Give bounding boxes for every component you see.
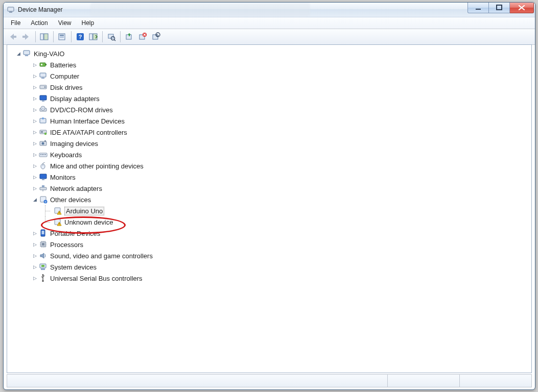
expander-icon[interactable]: ◢ xyxy=(15,51,21,57)
keyboard-icon xyxy=(39,150,48,159)
tree-cat-other-devices[interactable]: ◢ ? Other devices xyxy=(9,194,531,205)
menu-view[interactable]: View xyxy=(53,18,77,28)
expander-icon[interactable]: ◢ xyxy=(32,197,38,203)
expander-icon[interactable]: ▷ xyxy=(32,95,38,102)
svg-rect-49 xyxy=(43,154,44,155)
expander-icon[interactable]: ▷ xyxy=(32,163,38,169)
expander-icon[interactable]: ▷ xyxy=(32,84,38,90)
forward-button[interactable] xyxy=(20,30,33,43)
tree-cat-monitors[interactable]: ▷ Monitors xyxy=(9,172,531,183)
update-driver-button[interactable] xyxy=(123,30,136,43)
toolbar-sep xyxy=(120,31,121,42)
device-tree: ◢ King-VAIO ▷ Batteries ▷ Computer xyxy=(7,48,531,284)
menu-action[interactable]: Action xyxy=(26,18,53,28)
tree-cat-label: Monitors xyxy=(50,174,76,181)
svg-rect-30 xyxy=(41,78,44,79)
scan-button[interactable] xyxy=(105,30,118,43)
expander-icon[interactable]: ▷ xyxy=(32,140,38,146)
tree-cat-dvd[interactable]: ▷ DVD/CD-ROM drives xyxy=(9,104,531,115)
warning-device-icon: ! xyxy=(53,217,62,227)
sound-icon xyxy=(39,251,48,260)
expander-icon[interactable]: ▷ xyxy=(32,118,38,124)
svg-rect-3 xyxy=(497,5,502,10)
svg-point-39 xyxy=(42,117,44,119)
svg-rect-47 xyxy=(40,154,41,155)
help-button[interactable]: ? xyxy=(74,30,87,43)
expander-icon[interactable]: ▷ xyxy=(32,241,38,248)
tree-root[interactable]: ◢ King-VAIO xyxy=(9,48,531,59)
tree-cat-portable[interactable]: ▷ Portable Devices xyxy=(9,228,531,239)
tree-cat-ide[interactable]: ▷ IDE ATA/ATAPI controllers xyxy=(9,127,531,138)
tree-cat-sound[interactable]: ▷ Sound, video and game controllers xyxy=(9,250,531,261)
other-icon: ? xyxy=(39,195,48,204)
svg-text:!: ! xyxy=(59,211,60,214)
tree-cat-computer[interactable]: ▷ Computer xyxy=(9,70,531,82)
tree-cat-display-adapters[interactable]: ▷ Display adapters xyxy=(9,93,531,104)
battery-icon xyxy=(39,60,48,69)
tree-item-label: Arduino Uno xyxy=(64,207,104,215)
svg-rect-24 xyxy=(24,51,30,55)
disable-button[interactable] xyxy=(149,30,162,43)
tree-cat-keyboards[interactable]: ▷ Keyboards xyxy=(9,149,531,160)
computer-icon xyxy=(39,71,48,81)
svg-rect-65 xyxy=(42,231,44,234)
tree-item-unknown-device[interactable]: ! Unknown device xyxy=(9,216,531,228)
expander-icon[interactable]: ▷ xyxy=(32,230,38,236)
expander-icon[interactable]: ▷ xyxy=(32,107,38,113)
svg-rect-70 xyxy=(41,265,44,267)
svg-rect-0 xyxy=(8,7,14,11)
expander-icon[interactable]: ▷ xyxy=(32,152,38,158)
system-icon xyxy=(39,262,48,272)
hid-icon xyxy=(39,116,48,126)
svg-rect-69 xyxy=(41,268,45,270)
properties-button[interactable] xyxy=(56,30,69,43)
tree-cat-label: Disk drives xyxy=(50,84,83,91)
tree-cat-imaging[interactable]: ▷ Imaging devices xyxy=(9,138,531,149)
toolbar-sep xyxy=(53,31,54,42)
tree-cat-hid[interactable]: ▷ Human Interface Devices xyxy=(9,115,531,127)
tree-cat-batteries[interactable]: ▷ Batteries xyxy=(9,59,531,70)
tree-cat-label: Batteries xyxy=(50,61,76,69)
svg-rect-25 xyxy=(25,55,28,56)
tree-line xyxy=(42,216,50,228)
computer-icon xyxy=(22,49,32,58)
tree-cat-network[interactable]: ▷ Network adapters xyxy=(9,183,531,194)
uninstall-button[interactable] xyxy=(136,30,149,43)
menu-help[interactable]: Help xyxy=(77,18,100,28)
minimize-button[interactable] xyxy=(467,3,489,13)
close-button[interactable] xyxy=(510,3,534,13)
statusbar-cell xyxy=(459,375,531,387)
svg-rect-22 xyxy=(153,35,158,39)
expander-icon[interactable]: ▷ xyxy=(32,73,38,79)
svg-rect-55 xyxy=(40,187,46,190)
window-title: Device Manager xyxy=(18,6,62,13)
expander-icon[interactable]: ▷ xyxy=(32,253,38,259)
tree-cat-label: System devices xyxy=(50,263,97,271)
tree-cat-label: Computer xyxy=(50,72,79,80)
expander-icon[interactable]: ▷ xyxy=(32,264,38,270)
device-tree-pane[interactable]: ◢ King-VAIO ▷ Batteries ▷ Computer xyxy=(7,44,532,373)
tree-item-arduino-uno[interactable]: ! Arduino Uno xyxy=(9,205,531,216)
expander-icon[interactable]: ▷ xyxy=(32,62,38,68)
expander-icon[interactable]: ▷ xyxy=(32,185,38,191)
tree-cat-label: Network adapters xyxy=(50,185,102,192)
tree-cat-disk-drives[interactable]: ▷ Disk drives xyxy=(9,82,531,93)
svg-rect-7 xyxy=(44,34,48,40)
svg-rect-14 xyxy=(89,34,92,40)
show-hidden-button[interactable] xyxy=(87,30,100,43)
tree-cat-usb[interactable]: ▷ Universal Serial Bus controllers xyxy=(9,273,531,284)
expander-icon[interactable]: ▷ xyxy=(32,174,38,180)
camera-icon xyxy=(39,139,48,148)
menu-file[interactable]: File xyxy=(6,18,26,28)
expander-icon[interactable]: ▷ xyxy=(32,129,38,135)
maximize-button[interactable] xyxy=(489,3,510,13)
back-button[interactable] xyxy=(7,30,20,43)
svg-line-18 xyxy=(114,40,116,41)
tree-cat-mice[interactable]: ▷ Mice and other pointing devices xyxy=(9,160,531,172)
tree-cat-label: DVD/CD-ROM drives xyxy=(50,106,113,114)
expander-icon[interactable]: ▷ xyxy=(32,275,38,281)
tree-cat-system[interactable]: ▷ System devices xyxy=(9,261,531,273)
titlebar[interactable]: Device Manager xyxy=(4,3,535,17)
console-tree-button[interactable] xyxy=(38,30,51,43)
tree-cat-processors[interactable]: ▷ Processors xyxy=(9,239,531,250)
